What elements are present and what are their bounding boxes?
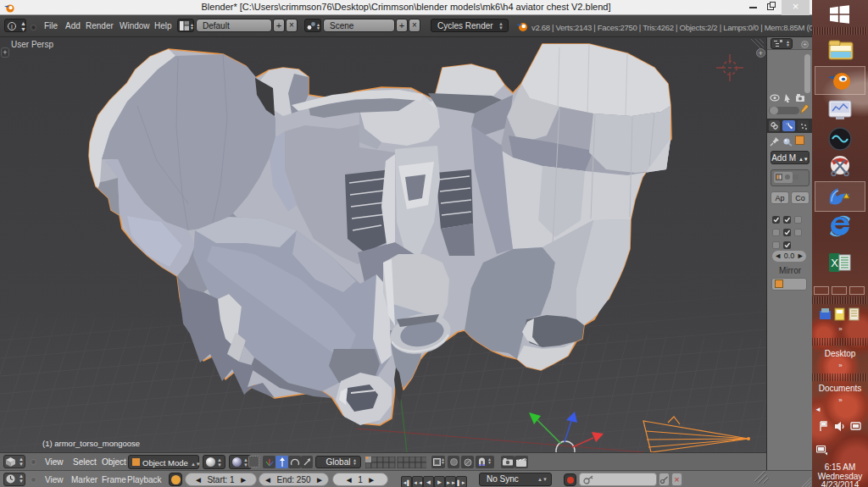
svg-text:X: X [831,257,838,269]
